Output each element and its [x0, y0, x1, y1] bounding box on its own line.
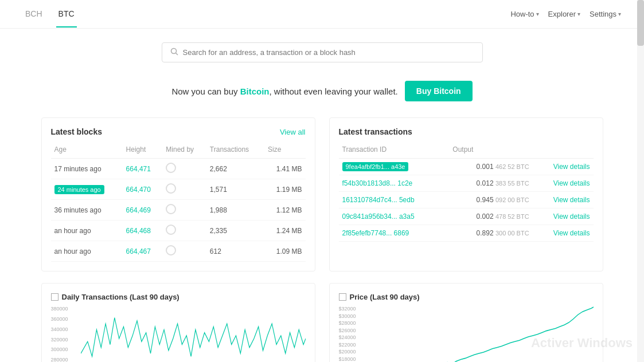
- tab-btc[interactable]: BTC: [56, 1, 77, 27]
- miner-icon: [166, 204, 176, 214]
- miner-icon: [166, 225, 176, 235]
- y-label: $28000: [339, 320, 369, 326]
- output-unit: 300 00 BTC: [495, 230, 529, 237]
- tx-id-link[interactable]: 2f85efefb7748... 6869: [342, 229, 409, 237]
- transactions-table: Transaction ID Output 9fea4afbf2fb1... a…: [339, 143, 594, 242]
- scrollbar[interactable]: [637, 0, 644, 362]
- daily-chart-title: Daily Transactions (Last 90 days): [51, 293, 306, 301]
- col-action: [533, 143, 594, 159]
- latest-transactions-header: Latest transactions: [339, 127, 594, 136]
- view-all-blocks-link[interactable]: View all: [280, 128, 306, 136]
- age-highlight: 24 minutes ago: [54, 185, 104, 194]
- cell-height[interactable]: 664,471: [123, 159, 163, 179]
- latest-transactions-title: Latest transactions: [339, 127, 412, 136]
- price-y-axis: $32000$30000$28000$26000$24000$22000$200…: [339, 306, 369, 362]
- y-label: $22000: [339, 342, 369, 348]
- promo-banner: Now you can buy Bitcoin, without even le…: [0, 72, 644, 117]
- table-row: 24 minutes ago 664,470 1,571 1.19 MB: [51, 179, 306, 200]
- cell-height[interactable]: 664,470: [123, 179, 163, 200]
- expand-icon: [339, 293, 346, 301]
- cell-transactions: 612: [206, 241, 264, 262]
- cell-tx-id: 2f85efefb7748... 6869: [339, 225, 450, 242]
- col-age: Age: [51, 143, 123, 159]
- cell-action[interactable]: View details: [533, 192, 594, 208]
- daily-y-axis: 3800003600003400003200003000002800002600…: [51, 306, 81, 362]
- tx-id-highlight: 9fea4afbf2fb1... a43e: [342, 162, 409, 171]
- nav-settings[interactable]: Settings ▾: [590, 10, 621, 18]
- cell-tx-id: 161310784d7c4... 5edb: [339, 192, 450, 208]
- output-value: 0.002: [477, 213, 494, 221]
- table-row: 161310784d7c4... 5edb 0.945 092 00 BTC V…: [339, 192, 594, 208]
- cell-mined-by: [162, 179, 206, 200]
- view-details-link[interactable]: View details: [553, 196, 590, 204]
- cell-action[interactable]: View details: [533, 159, 594, 175]
- cell-output: 0.001 462 52 BTC: [449, 159, 532, 175]
- price-chart-wrapper: $32000$30000$28000$26000$24000$22000$200…: [339, 306, 594, 362]
- cell-action[interactable]: View details: [533, 225, 594, 242]
- cell-height[interactable]: 664,467: [123, 241, 163, 262]
- cell-height[interactable]: 664,469: [123, 200, 163, 221]
- output-unit: 092 00 BTC: [495, 196, 529, 203]
- y-label: 340000: [51, 326, 81, 332]
- output-value: 0.892: [477, 229, 494, 237]
- cell-mined-by: [162, 221, 206, 241]
- svg-line-1: [175, 53, 178, 56]
- cell-size: 1.19 MB: [264, 179, 306, 200]
- miner-icon: [166, 183, 176, 194]
- table-row: 2f85efefb7748... 6869 0.892 300 00 BTC V…: [339, 225, 594, 242]
- view-details-link[interactable]: View details: [553, 163, 590, 171]
- view-details-link[interactable]: View details: [553, 179, 590, 187]
- search-icon: [170, 48, 178, 57]
- y-label: $20000: [339, 349, 369, 355]
- cell-transactions: 1,571: [206, 179, 264, 200]
- latest-blocks-header: Latest blocks View all: [51, 127, 306, 136]
- cell-tx-id: 09c841a956b34... a3a5: [339, 208, 450, 225]
- view-details-link[interactable]: View details: [553, 213, 590, 221]
- y-label: 320000: [51, 337, 81, 343]
- chevron-down-icon: ▾: [618, 11, 621, 17]
- cell-size: 1.09 MB: [264, 241, 306, 262]
- cell-age: an hour ago: [51, 241, 123, 262]
- search-input[interactable]: [183, 48, 474, 57]
- cell-action[interactable]: View details: [533, 175, 594, 192]
- nav-howto[interactable]: How-to ▾: [510, 10, 538, 18]
- header: BCH BTC How-to ▾ Explorer ▾ Settings ▾: [0, 0, 644, 29]
- tx-id-link[interactable]: f54b30b1813d8... 1c2e: [342, 179, 413, 187]
- table-row: an hour ago 664,468 2,335 1.24 MB: [51, 221, 306, 241]
- y-label: $26000: [339, 328, 369, 333]
- promo-link[interactable]: Bitcoin: [240, 86, 270, 96]
- y-label: $32000: [339, 306, 369, 312]
- daily-chart-wrapper: 3800003600003400003200003000002800002600…: [51, 306, 306, 362]
- cell-output: 0.002 478 52 BTC: [449, 208, 532, 225]
- col-tx-id: Transaction ID: [339, 143, 450, 159]
- cell-mined-by: [162, 241, 206, 262]
- header-nav-left: BCH BTC: [23, 1, 77, 27]
- cell-height[interactable]: 664,468: [123, 221, 163, 241]
- cell-transactions: 2,335: [206, 221, 264, 241]
- y-label: 380000: [51, 306, 81, 312]
- cell-age: 36 minutes ago: [51, 200, 123, 221]
- nav-explorer[interactable]: Explorer ▾: [548, 10, 580, 18]
- output-unit: 462 52 BTC: [495, 163, 529, 170]
- cell-size: 1.41 MB: [264, 159, 306, 179]
- tx-id-link[interactable]: 161310784d7c4... 5edb: [342, 196, 415, 204]
- output-value: 0.945: [477, 196, 494, 204]
- view-details-link[interactable]: View details: [553, 229, 590, 237]
- cell-output: 0.012 383 55 BTC: [449, 175, 532, 192]
- miner-icon: [166, 245, 176, 255]
- scrollbar-thumb[interactable]: [637, 0, 644, 46]
- promo-text: Now you can buy Bitcoin, without even le…: [171, 86, 397, 96]
- col-transactions: Transactions: [206, 143, 264, 159]
- latest-blocks-panel: Latest blocks View all Age Height Mined …: [41, 117, 315, 272]
- cell-output: 0.892 300 00 BTC: [449, 225, 532, 242]
- cell-action[interactable]: View details: [533, 208, 594, 225]
- main-content: Latest blocks View all Age Height Mined …: [18, 117, 626, 272]
- search-container: [0, 29, 644, 72]
- tx-id-link[interactable]: 09c841a956b34... a3a5: [342, 213, 415, 221]
- tab-bch[interactable]: BCH: [23, 1, 45, 27]
- y-label: $24000: [339, 335, 369, 340]
- buy-bitcoin-button[interactable]: Buy Bitcoin: [405, 81, 473, 101]
- col-size: Size: [264, 143, 306, 159]
- col-height: Height: [123, 143, 163, 159]
- cell-age: 24 minutes ago: [51, 179, 123, 200]
